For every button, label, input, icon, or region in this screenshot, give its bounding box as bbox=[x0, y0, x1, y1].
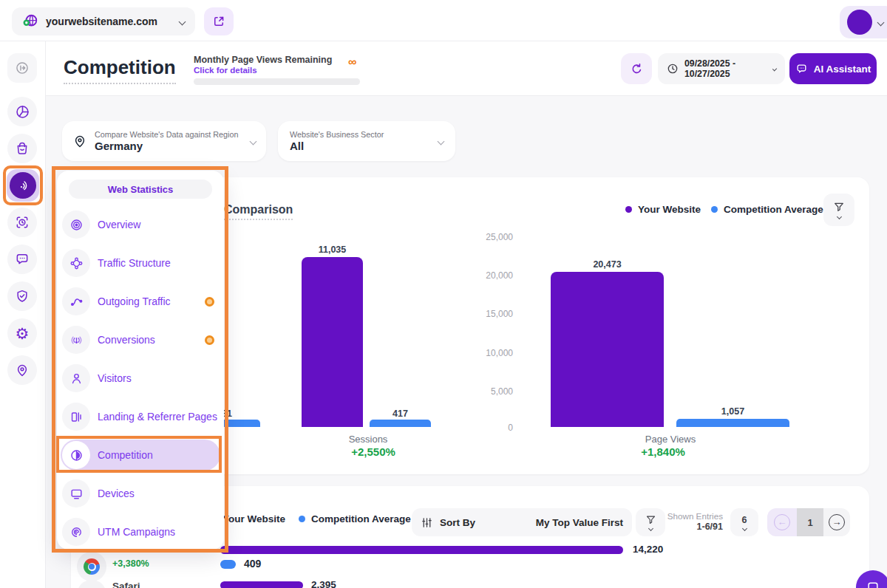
pagination-next-button[interactable]: → bbox=[823, 508, 850, 536]
funnel-icon bbox=[645, 514, 656, 525]
pagination-prev-button[interactable]: ← bbox=[767, 508, 797, 536]
row-bar-your-website bbox=[220, 581, 303, 588]
chevron-down-icon bbox=[250, 137, 257, 145]
group-label: Sessions bbox=[309, 434, 427, 445]
rail-item-feedback[interactable] bbox=[7, 245, 37, 274]
menu-item-visitors[interactable]: Visitors bbox=[62, 359, 219, 397]
page-size-value: 6 bbox=[742, 515, 747, 525]
pagination: ← 1 → bbox=[767, 508, 850, 536]
filter-region-value: Germany bbox=[95, 140, 243, 152]
site-name: yourwebsitename.com bbox=[46, 16, 172, 27]
filter-sector-value: All bbox=[290, 140, 431, 152]
overview-bullseye-icon bbox=[62, 211, 90, 239]
row-bar-value: 14,220 bbox=[633, 544, 663, 555]
bar-value-partial: 81 bbox=[222, 408, 239, 419]
open-site-button[interactable] bbox=[204, 7, 234, 35]
legend-dot-your-website bbox=[625, 206, 632, 213]
collapse-icon bbox=[15, 61, 30, 75]
table-legend-competition-average[interactable]: Competition Average bbox=[299, 513, 411, 524]
site-selector[interactable]: yourwebsitename.com bbox=[12, 7, 195, 35]
bar-sessions-your-website bbox=[302, 257, 363, 427]
legend-dot-competition bbox=[711, 206, 718, 213]
chevron-down-icon bbox=[648, 526, 653, 531]
pie-chart-icon bbox=[15, 104, 30, 120]
date-range-picker[interactable]: 09/28/2025 - 10/27/2025 bbox=[658, 53, 785, 84]
chevron-down-icon bbox=[741, 525, 747, 530]
menu-item-devices[interactable]: Devices bbox=[62, 474, 219, 513]
traffic-structure-nodes-icon bbox=[62, 249, 90, 277]
menu-item-outgoing-traffic[interactable]: Outgoing Traffic bbox=[62, 282, 219, 321]
rail-item-session-recordings[interactable] bbox=[7, 208, 37, 237]
chart-filter-button[interactable] bbox=[823, 194, 854, 226]
shown-entries-value: 1-6/91 bbox=[667, 522, 723, 532]
rail-item-ecommerce[interactable] bbox=[7, 134, 37, 163]
outgoing-route-icon bbox=[62, 287, 90, 315]
rail-item-locations[interactable] bbox=[7, 355, 37, 385]
menu-item-landing-referrer[interactable]: Landing & Referrer Pages bbox=[62, 397, 219, 436]
filter-region[interactable]: Compare Website's Data against Region Ge… bbox=[62, 121, 266, 161]
sort-by-label: Sort By bbox=[440, 517, 529, 528]
mpv-details-link[interactable]: Click for details bbox=[194, 66, 257, 75]
menu-item-conversions[interactable]: Conversions bbox=[62, 321, 219, 359]
y-tick: 25,000 bbox=[475, 232, 513, 242]
row-bar-value: 2,395 bbox=[311, 579, 336, 588]
rail-collapse-button[interactable] bbox=[7, 53, 37, 83]
devices-monitor-icon bbox=[62, 479, 90, 507]
notification-badge bbox=[205, 297, 214, 307]
chart-legend-competition-average[interactable]: Competition Average bbox=[711, 204, 823, 215]
ai-assistant-label: AI Assistant bbox=[814, 64, 871, 75]
arrow-right-icon: → bbox=[829, 514, 845, 530]
pagination-current-page[interactable]: 1 bbox=[797, 508, 823, 536]
app-root: yourwebsitename.com bbox=[0, 0, 887, 588]
user-menu[interactable] bbox=[840, 6, 887, 38]
bar-value: 11,035 bbox=[302, 245, 363, 255]
table-filter-button[interactable] bbox=[636, 508, 665, 536]
y-tick: 20,000 bbox=[475, 270, 513, 281]
y-tick: 10,000 bbox=[475, 348, 513, 358]
menu-item-overview[interactable]: Overview bbox=[62, 205, 219, 244]
menu-item-traffic-structure[interactable]: Traffic Structure bbox=[62, 244, 219, 282]
legend-label: Your Website bbox=[638, 204, 701, 215]
row-bar-your-website bbox=[220, 546, 623, 554]
legend-dot-competition bbox=[299, 516, 305, 522]
y-tick: 0 bbox=[475, 423, 513, 433]
group-label: Page Views bbox=[611, 434, 730, 445]
bar-sessions-competition bbox=[370, 420, 431, 427]
group-change: +1,840% bbox=[604, 445, 722, 458]
chat-icon bbox=[866, 580, 880, 588]
rail-item-security[interactable] bbox=[7, 281, 37, 311]
chat-icon bbox=[15, 252, 30, 267]
menu-item-competition[interactable]: Competition bbox=[62, 436, 219, 474]
row-change: +3,380% bbox=[112, 558, 149, 569]
sliders-icon bbox=[421, 516, 433, 529]
utm-swirl-icon bbox=[62, 518, 90, 546]
site-logo-icon bbox=[22, 13, 38, 30]
chevron-down-icon bbox=[772, 66, 778, 72]
location-pin-icon bbox=[72, 134, 87, 148]
location-pin-icon bbox=[15, 363, 30, 377]
arrow-left-icon: ← bbox=[774, 514, 790, 530]
row-name: Safari bbox=[112, 581, 140, 588]
ai-chat-icon bbox=[795, 63, 808, 75]
funnel-icon bbox=[833, 201, 845, 213]
ai-assistant-button[interactable]: AI Assistant bbox=[789, 53, 877, 84]
menu-item-utm-campaigns[interactable]: UTM Campaigns bbox=[62, 513, 219, 551]
rail-item-dashboard[interactable] bbox=[7, 97, 37, 126]
chart-legend-your-website[interactable]: Your Website bbox=[625, 204, 701, 215]
bar-pageviews-your-website bbox=[551, 272, 664, 427]
shown-entries: Shown Entries 1-6/91 bbox=[667, 511, 723, 532]
table-row bbox=[77, 552, 106, 581]
chevron-down-icon bbox=[179, 18, 186, 25]
page-size-select[interactable]: 6 bbox=[730, 508, 758, 536]
rail-item-settings[interactable]: ⚙ bbox=[7, 318, 37, 348]
filter-region-label: Compare Website's Data against Region bbox=[95, 130, 243, 139]
sort-by-control[interactable]: Sort By My Top Value First bbox=[412, 508, 632, 536]
refresh-button[interactable] bbox=[621, 53, 652, 84]
shield-check-icon bbox=[15, 289, 30, 304]
bar-value: 1,057 bbox=[676, 406, 789, 417]
y-tick: 15,000 bbox=[475, 309, 513, 319]
mpv-label: Monthly Page Views Remaining bbox=[194, 55, 332, 65]
filter-sector[interactable]: Website's Business Sector All bbox=[278, 121, 455, 161]
row-bar-competition bbox=[220, 560, 236, 569]
rail-item-web-statistics[interactable] bbox=[7, 169, 39, 202]
